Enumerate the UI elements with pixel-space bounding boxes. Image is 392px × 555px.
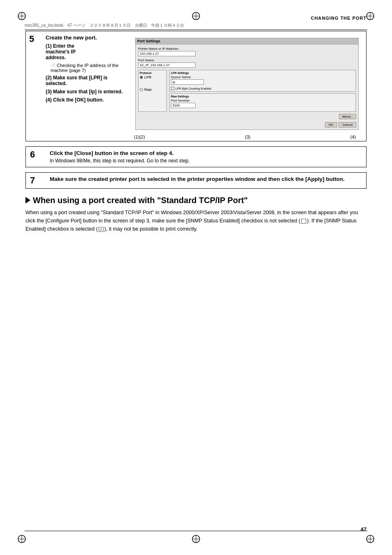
- step-6-title: Click the [Close] button in the screen o…: [50, 150, 362, 156]
- byte-counting-checkbox: [171, 87, 174, 90]
- corner-mark-bottom-center: [191, 534, 201, 543]
- step-7-title: Make sure the created printer port is se…: [50, 176, 362, 182]
- diagram-labels: (1)(2) (3) (4): [46, 134, 362, 139]
- dialog-protocol-row: Protocol LPR Raw: [138, 70, 356, 113]
- lpr-radio-row: LPR: [140, 75, 165, 79]
- step-6-content: Click the [Close] button in the screen o…: [50, 150, 362, 164]
- step-5-title: Create the new port.: [46, 35, 128, 41]
- queue-name-value: lp: [171, 79, 204, 85]
- lpr-label: LPR: [144, 75, 152, 79]
- step-7-number: 7: [30, 176, 43, 185]
- step-6-number: 6: [30, 150, 43, 159]
- raw-settings-label: Raw Settings: [171, 95, 354, 98]
- port-settings-dialog: Port Settings Printer Name or IP Address…: [135, 38, 359, 130]
- printer-name-value: 192.168.1.27: [138, 51, 196, 56]
- lpr-settings-label: LPR Settings: [171, 72, 354, 74]
- port-number-label: Port Number:: [171, 99, 354, 102]
- step-5-sub4: (4) Click the [OK] button.: [46, 97, 128, 103]
- label-4: (4): [350, 134, 356, 139]
- byte-counting-row: LPR Byte Counting Enabled: [171, 87, 354, 90]
- step-5-inner: Create the new port. (1) Enter themachin…: [46, 35, 362, 133]
- raw-label: Raw: [144, 88, 152, 92]
- label-3: (3): [245, 134, 250, 139]
- section-label: CHANGING THE PORT: [311, 16, 367, 21]
- queue-name-label: Queue Name:: [171, 75, 354, 79]
- label-1-2: (1)(2): [134, 134, 145, 139]
- raw-radio: [140, 88, 143, 91]
- checked-checkbox: ✓: [99, 227, 104, 232]
- section-title: When using a port created with "Standard…: [33, 195, 248, 205]
- lpr-radio: [140, 76, 143, 79]
- step-5-sub3: (3) Make sure that [lp] is entered.: [46, 89, 128, 95]
- empty-checkbox: [301, 219, 306, 224]
- about-button[interactable]: About...: [339, 114, 356, 119]
- header-file-info: mxc381_us_ins.book 47 ページ ２００８年８月１９日 火曜日…: [25, 23, 184, 28]
- step-6-note: In Windows 98/Me, this step is not requi…: [50, 158, 362, 164]
- step-5-content: Create the new port. (1) Enter themachin…: [46, 35, 362, 139]
- step-6-block: 6 Click the [Close] button in the screen…: [25, 146, 367, 167]
- corner-mark-bottom-right: [366, 534, 375, 543]
- step-5-image-area: Port Settings Printer Name or IP Address…: [132, 35, 362, 133]
- ok-button[interactable]: OK: [325, 122, 337, 127]
- cancel-button[interactable]: Cancel: [339, 122, 356, 127]
- byte-counting-label: LPR Byte Counting Enabled: [175, 87, 211, 90]
- port-number-value: 9100: [171, 103, 196, 108]
- protocol-label: Protocol: [140, 72, 165, 74]
- lpr-settings-box: LPR Settings Queue Name: lp LPR Byte Cou…: [169, 70, 356, 92]
- page-frame: mxc381_us_ins.book 47 ページ ２００８年８月１９日 火曜日…: [0, 0, 392, 555]
- dialog-title: Port Settings: [136, 38, 358, 44]
- lpr-settings-area: LPR Settings Queue Name: lp LPR Byte Cou…: [169, 70, 356, 113]
- step-5-text: Create the new port. (1) Enter themachin…: [46, 35, 128, 133]
- corner-mark-top-left: [17, 12, 26, 21]
- protocol-box: Protocol LPR Raw: [138, 70, 167, 112]
- step-7-block: 7 Make sure the created printer port is …: [25, 172, 367, 189]
- step-5-sub1: (1) Enter themachine's IPaddress.: [46, 43, 128, 60]
- section-body: When using a port created using "Standar…: [25, 208, 367, 233]
- dialog-btn-row: OK Cancel: [325, 122, 356, 127]
- step-5-number: 5: [29, 35, 42, 44]
- section-heading: When using a port created with "Standard…: [25, 195, 367, 205]
- main-content: 5 Create the new port. (1) Enter themach…: [25, 31, 367, 233]
- corner-mark-top-right: [366, 12, 375, 21]
- step-5-note: 📄 Checking the IP address of the machine…: [46, 63, 128, 73]
- step-5-sub2: (2) Make sure that [LPR] is selected.: [46, 75, 128, 86]
- step-7-content: Make sure the created printer port is se…: [50, 176, 362, 184]
- header-bar: mxc381_us_ins.book 47 ページ ２００８年８月１９日 火曜日…: [25, 23, 367, 30]
- raw-settings-box: Raw Settings Port Number: 9100: [169, 93, 356, 112]
- section-arrow-icon: [25, 197, 30, 204]
- port-name-value: S2_IP_192.168.1.27: [138, 62, 196, 68]
- corner-mark-top-center: [191, 12, 201, 21]
- bottom-bar: [25, 531, 367, 532]
- dialog-body: Printer Name or IP Address: 192.168.1.27…: [136, 44, 358, 116]
- printer-name-label: Printer Name or IP Address:: [138, 47, 356, 51]
- raw-radio-row: Raw: [140, 88, 165, 92]
- step-5-block: 5 Create the new port. (1) Enter themach…: [25, 31, 367, 141]
- port-name-label: Port Name:: [138, 58, 356, 62]
- corner-mark-bottom-left: [17, 534, 26, 543]
